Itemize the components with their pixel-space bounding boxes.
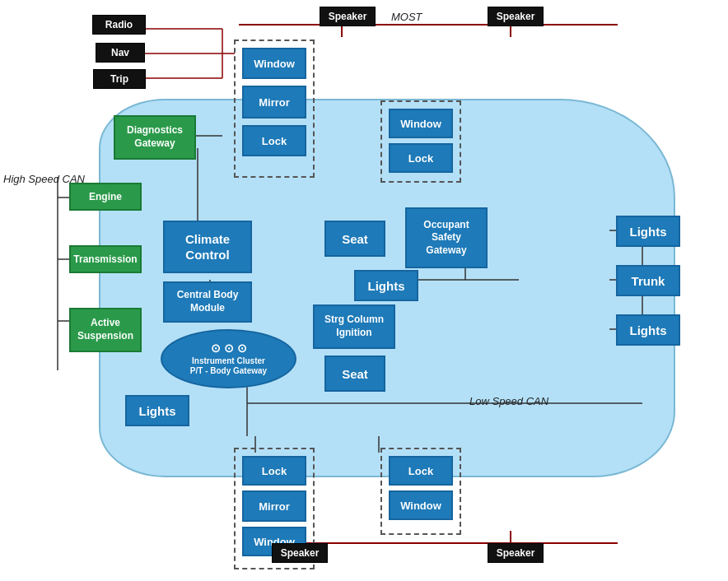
speaker-bottom-left-box: Speaker [272,543,328,563]
lights-mid-box: Lights [354,270,418,301]
lights-bottom-left-box: Lights [125,395,189,426]
seat-top-box: Seat [324,221,385,257]
mirror-bl-box: Mirror [242,490,306,522]
instrument-cluster-box: ⊙ ⊙ ⊙ Instrument Cluster P/T - Body Gate… [161,329,296,388]
speaker-top-right-box: Speaker [488,7,544,26]
active-suspension-box: Active Suspension [69,308,142,352]
trunk-right-box: Trunk [616,265,680,296]
low-speed-can-label: Low Speed CAN [469,395,548,407]
diagram: Radio Nav Trip Speaker Speaker MOST Wind… [0,0,728,581]
lock-br-box: Lock [389,456,453,486]
climate-control-box: Climate Control [163,221,252,273]
window-br-box: Window [389,490,453,520]
window-tl-box: Window [242,48,306,79]
speaker-top-left-box: Speaker [320,7,376,26]
lock-tl-box: Lock [242,125,306,156]
mirror-tl-box: Mirror [242,86,306,119]
trip-box: Trip [93,69,146,89]
central-body-module-box: Central Body Module [163,281,252,323]
transmission-box: Transmission [69,245,142,273]
window-tr-box: Window [389,109,453,138]
radio-box: Radio [92,15,146,35]
lock-bl-box: Lock [242,456,306,486]
occupant-safety-gateway-box: Occupant Safety Gateway [405,207,488,268]
lights-top-right-box: Lights [616,216,680,247]
speaker-bottom-right-box: Speaker [488,543,544,563]
seat-bottom-box: Seat [324,356,385,392]
lights-bottom-right-box: Lights [616,314,680,346]
most-label: MOST [391,11,422,23]
diagnostics-gateway-box: Diagnostics Gateway [114,115,196,160]
nav-box: Nav [96,43,145,63]
strg-column-ignition-box: Strg Column Ignition [313,304,395,349]
engine-box: Engine [69,183,142,211]
lock-tr-box: Lock [389,143,453,173]
